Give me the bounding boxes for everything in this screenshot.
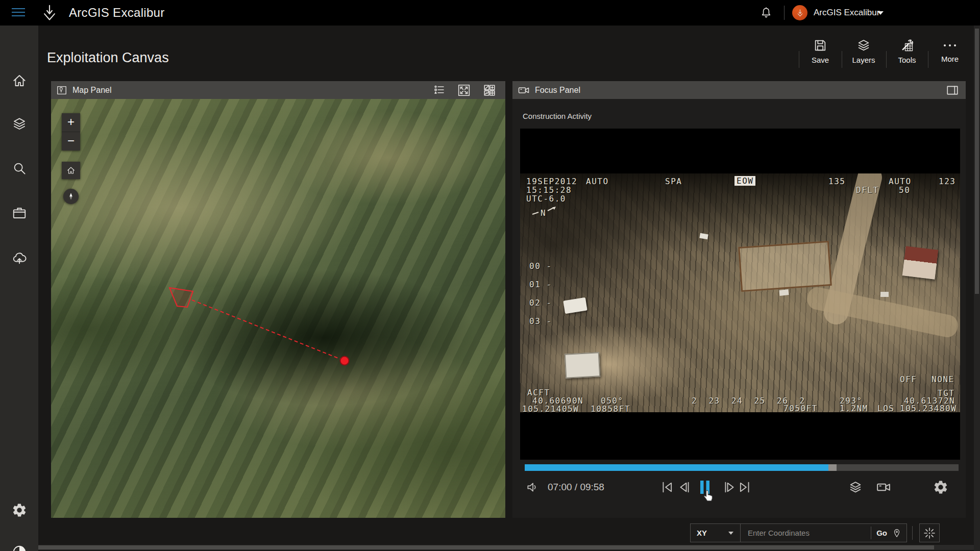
video-footprint-graphics (51, 99, 505, 518)
wrench-icon (900, 38, 914, 53)
app-title: ArcGIS Excalibur (69, 6, 165, 20)
zoom-in-button[interactable]: + (62, 113, 80, 132)
map-panel-header: Map Panel (51, 81, 505, 99)
telemetry-mode: AUTO (586, 177, 609, 186)
go-button[interactable]: Go (876, 529, 887, 537)
flash-flare-icon (923, 527, 936, 539)
coordinates-input[interactable] (741, 524, 871, 542)
zoom-widget: + − (62, 113, 80, 151)
telemetry-135: 135 (828, 177, 845, 186)
account-caret-down-icon[interactable] (877, 10, 884, 15)
focus-panel-header: Focus Panel (512, 81, 966, 99)
speaker-icon (526, 481, 539, 494)
legend-icon[interactable] (433, 84, 446, 97)
video-camera-icon (876, 480, 891, 495)
horizontal-scrollbar[interactable] (38, 545, 980, 550)
elevation-tape-01: 01 - (529, 280, 552, 289)
tgt-lon: 105.23480W (900, 404, 957, 412)
svg-text:N: N (541, 208, 546, 218)
toolbar-divider (842, 51, 842, 68)
sidebar-item-home[interactable] (10, 71, 29, 90)
top-bar: ArcGIS Excalibur ArcGIS Excalibur (0, 0, 980, 26)
video-layers-button[interactable] (847, 477, 864, 497)
vertical-scrollbar[interactable] (974, 26, 980, 551)
skip-to-end-button[interactable] (736, 477, 753, 497)
telemetry-dflt: DFLT (856, 185, 879, 195)
volume-button[interactable] (524, 477, 541, 497)
location-pin-icon[interactable] (892, 528, 901, 539)
panel-layout-grid-icon[interactable] (483, 84, 496, 97)
skip-end-icon (738, 480, 752, 494)
search-icon (12, 161, 27, 176)
video-camera-icon (518, 84, 530, 96)
horizontal-scrollbar-thumb[interactable] (38, 545, 934, 549)
map-panel: Map Panel (51, 81, 505, 518)
acft-lon: 105.21405W (522, 404, 579, 412)
video-source-button[interactable] (875, 477, 892, 497)
coordinates-bar: XY Go (690, 523, 907, 542)
tgt-range: 1.2NM (840, 404, 868, 412)
focus-panel-title: Focus Panel (535, 86, 580, 95)
time-display: 07:00 / 09:58 (548, 482, 604, 493)
more-button[interactable]: More (932, 38, 968, 63)
telemetry-gain: 50 (899, 185, 910, 195)
map-panel-title: Map Panel (72, 86, 112, 95)
map-icon (56, 85, 67, 96)
previous-frame-button[interactable] (676, 477, 693, 497)
cloud-upload-icon (12, 250, 27, 265)
laser-status: OFF (900, 374, 917, 384)
hamburger-menu-icon[interactable] (12, 8, 25, 17)
scrubber-handle[interactable] (828, 464, 837, 471)
save-button[interactable]: Save (802, 38, 838, 64)
video-settings-button[interactable] (932, 477, 949, 497)
default-extent-button[interactable] (62, 162, 80, 179)
chevron-down-icon (728, 531, 734, 535)
skip-to-start-button[interactable] (658, 477, 676, 497)
frame-forward-icon (722, 480, 737, 494)
frame-back-icon (677, 480, 692, 494)
sidebar-item-contrast[interactable] (10, 543, 29, 551)
sidebar-item-upload[interactable] (10, 248, 29, 267)
tgt-elevation: 7050FT (783, 404, 818, 412)
excalibur-logo-icon (41, 4, 58, 21)
flash-location-button[interactable] (919, 523, 940, 542)
layers-icon (12, 116, 27, 132)
sidebar-item-layers[interactable] (10, 115, 29, 133)
go-zone: Go (871, 527, 906, 539)
coordbar-divider (912, 526, 913, 540)
contrast-icon (12, 544, 27, 551)
laser-code: NONE (932, 374, 954, 384)
telemetry-utc: UTC-6.0 (526, 194, 566, 204)
tools-button[interactable]: Tools (889, 38, 925, 64)
save-floppy-icon (813, 38, 827, 53)
sidebar-item-projects[interactable] (10, 204, 29, 222)
header-divider (784, 6, 785, 20)
video-frame: 19SEP2012 15:15:28 UTC-6.0 AUTO SPA EOW … (520, 173, 960, 412)
vertical-scrollbar-thumb[interactable] (975, 29, 979, 294)
compass-button[interactable] (63, 189, 79, 204)
layers-button[interactable]: Layers (846, 38, 881, 64)
sensor-location-dot[interactable] (340, 357, 349, 365)
elevation-tape-03: 03 - (529, 316, 552, 326)
gear-icon (933, 480, 948, 495)
side-panel-icon[interactable] (946, 84, 959, 97)
acft-altitude: 10858FT (591, 404, 630, 412)
video-scrubber[interactable] (525, 464, 959, 471)
sidebar-item-search[interactable] (10, 159, 29, 178)
telemetry-spa: SPA (665, 177, 682, 186)
coordinate-format-select[interactable]: XY (691, 524, 741, 542)
expand-icon[interactable] (457, 84, 471, 97)
zoom-out-button[interactable]: − (62, 132, 80, 151)
account-avatar[interactable] (792, 5, 807, 20)
left-sidebar (0, 26, 38, 551)
map-view[interactable]: + − (51, 99, 505, 518)
skip-start-icon (660, 480, 674, 494)
sidebar-item-settings[interactable] (10, 501, 29, 519)
account-name: ArcGIS Excalibur (814, 8, 879, 18)
north-arrow-indicator: N (531, 205, 558, 219)
coordinate-format-value: XY (697, 529, 707, 537)
next-frame-button[interactable] (721, 477, 738, 497)
gear-icon (12, 503, 27, 518)
notifications-bell-icon[interactable] (760, 6, 774, 20)
video-player[interactable]: 19SEP2012 15:15:28 UTC-6.0 AUTO SPA EOW … (520, 129, 960, 460)
